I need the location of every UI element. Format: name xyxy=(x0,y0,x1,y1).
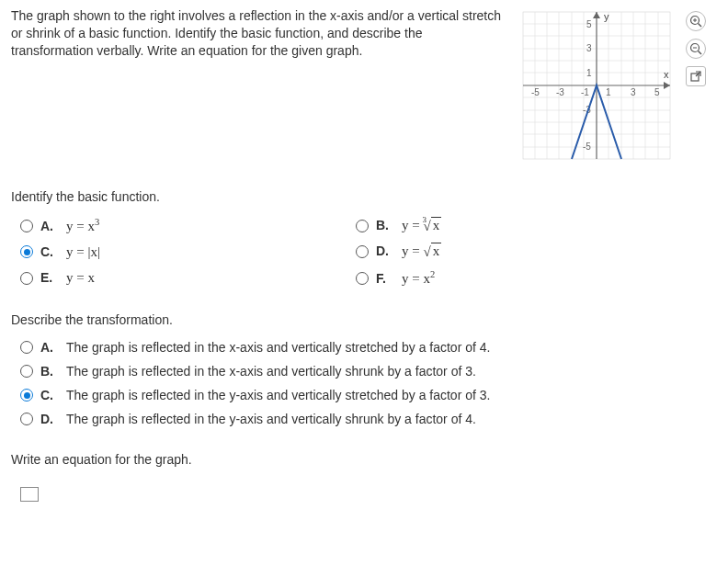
svg-text:3: 3 xyxy=(631,87,636,97)
option-2b[interactable]: B. The graph is reflected in the x-axis … xyxy=(20,364,717,379)
svg-line-39 xyxy=(699,24,702,28)
zoom-out-icon[interactable] xyxy=(686,39,706,59)
transformation-options: A. The graph is reflected in the x-axis … xyxy=(11,340,717,426)
basic-function-options: A. y = x3 B. y = 3√x C. y = |x| D. y = √… xyxy=(11,217,673,287)
option-1d[interactable]: D. y = √x xyxy=(356,243,673,260)
option-2c[interactable]: C. The graph is reflected in the y-axis … xyxy=(20,388,717,402)
svg-text:-5: -5 xyxy=(583,141,591,152)
section-2-title: Describe the transformation. xyxy=(11,312,717,327)
svg-text:3: 3 xyxy=(586,43,592,53)
zoom-in-icon[interactable] xyxy=(686,11,706,31)
option-1e[interactable]: E. y = x xyxy=(20,269,337,287)
section-1-title: Identify the basic function. xyxy=(11,189,717,204)
svg-text:-3: -3 xyxy=(556,87,564,97)
option-2d[interactable]: D. The graph is reflected in the y-axis … xyxy=(20,412,717,426)
svg-text:5: 5 xyxy=(586,19,592,29)
svg-text:y: y xyxy=(604,11,609,22)
svg-text:-5: -5 xyxy=(531,87,540,97)
svg-text:x: x xyxy=(664,69,669,80)
svg-text:1: 1 xyxy=(606,87,611,97)
svg-text:1: 1 xyxy=(586,68,592,78)
option-1f[interactable]: F. y = x2 xyxy=(356,269,673,287)
open-external-icon[interactable] xyxy=(686,66,706,86)
problem-statement: The graph shown to the right involves a … xyxy=(11,7,507,60)
option-1a[interactable]: A. y = x3 xyxy=(20,217,337,234)
equation-input[interactable] xyxy=(20,487,39,502)
option-1c[interactable]: C. y = |x| xyxy=(20,243,337,260)
option-1b[interactable]: B. y = 3√x xyxy=(356,217,673,234)
graph-plot: -5-3-1 135 531 -3-5 y x xyxy=(518,7,675,164)
section-3-title: Write an equation for the graph. xyxy=(11,452,717,467)
option-2a[interactable]: A. The graph is reflected in the x-axis … xyxy=(20,340,717,355)
svg-text:5: 5 xyxy=(654,87,660,97)
svg-text:-1: -1 xyxy=(581,87,589,97)
svg-line-43 xyxy=(699,51,702,55)
